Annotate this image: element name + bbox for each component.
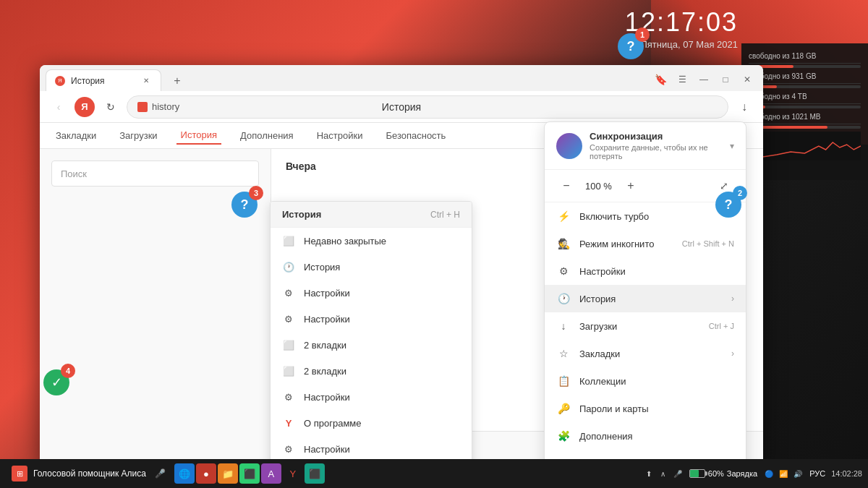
ctx-icon-ya: Y: [282, 416, 295, 429]
volume-icon[interactable]: 🔊: [792, 468, 804, 479]
taskbar-app-6[interactable]: Y: [283, 463, 303, 484]
bookmark-item-zagr[interactable]: Загрузки: [115, 127, 161, 144]
ctx-settings-3[interactable]: ⚙ Настройки: [271, 384, 472, 410]
star-icon: ☆: [556, 346, 571, 361]
browser-tab[interactable]: Я История ✕: [46, 69, 161, 91]
yandex-logo[interactable]: Я: [75, 97, 95, 117]
battery-fill: [690, 470, 699, 477]
ctx-title: История: [282, 209, 321, 220]
ya-item-settings[interactable]: ⚙ Настройки: [545, 257, 746, 285]
ya-label-collections: Коллекции: [579, 376, 626, 387]
maximize-button[interactable]: □: [715, 71, 736, 88]
ctx-tabs-2[interactable]: ⬜ 2 вкладки: [271, 358, 472, 384]
ctx-settings-1[interactable]: ⚙ Настройки: [271, 280, 472, 306]
incognito-icon: 🕵: [556, 236, 571, 251]
key-icon: 🔑: [556, 401, 571, 416]
ya-item-passwords[interactable]: 🔑 Пароли и карты: [545, 395, 746, 422]
incognito-shortcut: Ctrl + Shift + N: [682, 239, 734, 248]
ya-item-bookmarks[interactable]: ☆ Закладки ›: [545, 340, 746, 367]
wifi-icon[interactable]: 📶: [778, 468, 789, 479]
ya-label-downloads: Загрузки: [579, 321, 617, 332]
ctx-shortcut: Ctrl + H: [430, 210, 460, 220]
sys-bar-1: [749, 65, 861, 68]
ya-item-downloads[interactable]: ↓ Загрузки Ctrl + J: [545, 312, 746, 340]
ctx-about[interactable]: Y О программе: [271, 410, 472, 436]
tab-title: История: [71, 76, 135, 86]
ctx-header: История Ctrl + H: [271, 202, 472, 228]
zoom-out-button[interactable]: −: [556, 176, 576, 196]
ctx-history[interactable]: 🕐 История: [271, 254, 472, 280]
ya-menu-header: Синхронизация Сохраните данные, чтобы их…: [545, 122, 746, 170]
taskbar-app-2[interactable]: ●: [196, 463, 216, 484]
clock-date: Пятница, 07 Мая 2021: [625, 39, 738, 50]
ya-label-turbo: Включить турбо: [579, 211, 649, 222]
tray-mic-icon[interactable]: 🎤: [672, 468, 684, 479]
bookmark-item-set[interactable]: Настройки: [312, 127, 367, 144]
tray-icon-1[interactable]: ⬆: [643, 468, 655, 479]
taskbar-app-4[interactable]: ⬛: [239, 463, 260, 484]
bookmark-button[interactable]: 🔖: [650, 71, 671, 88]
ya-item-addons[interactable]: 🧩 Дополнения: [545, 422, 746, 450]
download-nav-button[interactable]: ↓: [734, 97, 754, 117]
ctx-icon-gear-2: ⚙: [282, 312, 295, 325]
back-button[interactable]: ‹: [48, 97, 69, 117]
sys-label-1: свободно из 118 GB: [749, 52, 816, 60]
ya-item-history[interactable]: 🕐 История ›: [545, 285, 746, 312]
bookmarks-arrow-icon: ›: [731, 348, 734, 359]
ya-label-settings: Настройки: [579, 266, 626, 277]
fullscreen-button[interactable]: ⤢: [714, 176, 734, 196]
bookmark-item-dop[interactable]: Дополнения: [236, 127, 298, 144]
ya-sync-arrow-icon: ▾: [730, 141, 734, 151]
start-button[interactable]: ⊞ Голосовой помощник Алиса: [6, 463, 152, 484]
sys-bar-4: [749, 126, 861, 129]
battery-icon: [689, 469, 705, 478]
bluetooth-icon[interactable]: 🔵: [763, 468, 775, 479]
new-tab-button[interactable]: +: [167, 71, 187, 91]
bookmark-item-hist[interactable]: История: [176, 127, 221, 145]
mic-icon[interactable]: 🎤: [155, 468, 166, 479]
ctx-settings-4[interactable]: ⚙ Настройки: [271, 436, 472, 462]
start-label: Голосовой помощник Алиса: [33, 468, 146, 479]
sys-row-2: свободно из 931 GB: [749, 69, 861, 84]
ya-item-turbo[interactable]: ⚡ Включить турбо: [545, 202, 746, 230]
bookmark-item-sec[interactable]: Безопасность: [381, 127, 450, 144]
ctx-recently-closed[interactable]: ⬜ Недавно закрытые: [271, 228, 472, 254]
ya-item-collections[interactable]: 📋 Коллекции: [545, 367, 746, 395]
refresh-button[interactable]: ↻: [101, 97, 121, 117]
close-button[interactable]: ✕: [737, 71, 757, 88]
history-search[interactable]: Поиск: [51, 160, 259, 187]
download-icon: ↓: [556, 319, 571, 333]
ctx-label-4: Настройки: [304, 314, 350, 325]
page-title-nav: История: [382, 101, 421, 113]
ctx-settings-2[interactable]: ⚙ Настройки: [271, 306, 472, 332]
sys-tray: ⬆ ∧ 🎤: [643, 468, 684, 479]
zoom-in-button[interactable]: +: [621, 176, 641, 196]
tab-close-button[interactable]: ✕: [140, 75, 152, 87]
battery-tip: [705, 471, 707, 476]
taskbar-right: ⬆ ∧ 🎤 60% Зарядка 🔵 📶 🔊 РУС 14:02:28: [643, 468, 862, 479]
address-bar[interactable]: history: [127, 95, 728, 119]
lang-indicator: РУС: [809, 469, 825, 478]
battery-label: Зарядка: [727, 469, 757, 478]
menu-button[interactable]: ☰: [672, 71, 692, 88]
taskbar-app-3[interactable]: 📁: [218, 463, 238, 484]
ctx-label-5: 2 вкладки: [304, 340, 346, 351]
bookmark-item-zakl[interactable]: Закладки: [51, 127, 101, 144]
battery-indicator: 60% Зарядка: [689, 469, 757, 478]
ctx-label-3: Настройки: [304, 288, 350, 299]
taskbar: ⊞ Голосовой помощник Алиса 🎤 🌐 ● 📁 ⬛ A Y…: [0, 459, 868, 488]
taskbar-app-5[interactable]: A: [261, 463, 281, 484]
ya-label-incognito: Режим инкогнито: [579, 239, 654, 249]
ctx-label-8: О программе: [304, 418, 362, 429]
ya-item-incognito[interactable]: 🕵 Режим инкогнито Ctrl + Shift + N: [545, 230, 746, 257]
left-sidebar: Поиск: [40, 149, 271, 466]
taskbar-app-7[interactable]: ⬛: [305, 463, 325, 484]
ctx-tabs-1[interactable]: ⬜ 2 вкладки: [271, 332, 472, 358]
tray-icon-2[interactable]: ∧: [658, 468, 669, 479]
ya-avatar: [556, 133, 582, 159]
taskbar-app-1[interactable]: 🌐: [174, 463, 195, 484]
minimize-button[interactable]: —: [694, 71, 714, 88]
search-placeholder: Поиск: [61, 168, 87, 179]
ya-label-bookmarks: Закладки: [579, 348, 620, 359]
ya-sync-title: Синхронизация: [590, 131, 723, 142]
